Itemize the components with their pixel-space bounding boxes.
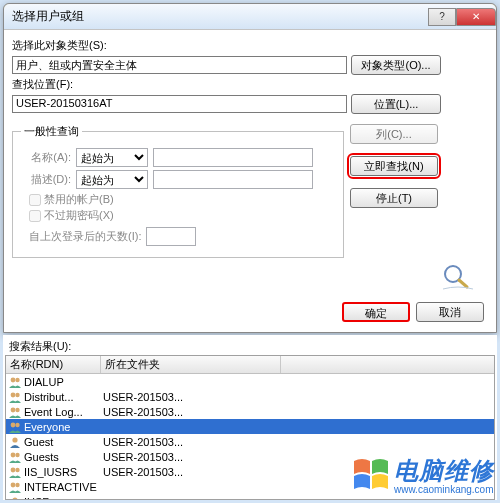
brand-text: 电脑维修 (394, 458, 494, 484)
close-button[interactable]: ✕ (456, 8, 496, 26)
days-since-input (146, 227, 196, 246)
table-row[interactable]: Event Log...USER-201503... (6, 404, 494, 419)
find-now-button[interactable]: 立即查找(N) (350, 156, 438, 176)
grid-header: 名称(RDN) 所在文件夹 (6, 356, 494, 374)
desc-input[interactable] (153, 170, 313, 189)
name-input[interactable] (153, 148, 313, 167)
desc-match-combo[interactable]: 起始为 (76, 170, 148, 189)
windows-icon (350, 455, 392, 495)
brand-url: www.caominkang.com (394, 484, 494, 495)
dialog-body: 选择此对象类型(S): 用户、组或内置安全主体 对象类型(O)... 查找位置(… (4, 30, 496, 332)
desc-label: 描述(D): (21, 172, 71, 187)
watermark-logo: 电脑维修 www.caominkang.com (350, 455, 494, 495)
window-buttons: ? ✕ (428, 8, 496, 26)
svg-point-2 (11, 377, 16, 382)
svg-line-1 (459, 280, 467, 287)
svg-point-3 (15, 377, 19, 381)
col-name-header[interactable]: 名称(RDN) (6, 356, 101, 373)
days-since-label: 自上次登录后的天数(I): (29, 229, 141, 244)
table-row[interactable]: GuestUSER-201503... (6, 434, 494, 449)
table-row[interactable]: Everyone (6, 419, 494, 434)
help-button[interactable]: ? (428, 8, 456, 26)
cancel-button[interactable]: 取消 (416, 302, 484, 322)
svg-point-5 (15, 392, 19, 396)
object-type-button[interactable]: 对象类型(O)... (351, 55, 441, 75)
location-field: USER-20150316AT (12, 95, 347, 113)
location-label: 查找位置(F): (12, 77, 488, 92)
col-folder-header[interactable]: 所在文件夹 (101, 356, 281, 373)
svg-point-11 (11, 452, 16, 457)
svg-point-7 (15, 407, 19, 411)
object-type-field: 用户、组或内置安全主体 (12, 56, 347, 74)
svg-point-14 (15, 467, 19, 471)
dialog-window: 选择用户或组 ? ✕ 选择此对象类型(S): 用户、组或内置安全主体 对象类型(… (3, 3, 497, 333)
svg-point-13 (11, 467, 16, 472)
name-match-combo[interactable]: 起始为 (76, 148, 148, 167)
disabled-accounts-check[interactable]: 禁用的帐户(B) (29, 192, 335, 207)
svg-point-10 (12, 437, 17, 442)
disabled-accounts-checkbox (29, 194, 41, 206)
table-row[interactable]: Distribut...USER-201503... (6, 389, 494, 404)
svg-point-12 (15, 452, 19, 456)
svg-point-15 (11, 482, 16, 487)
general-query-group: 一般性查询 名称(A): 起始为 描述(D): 起始为 禁用的帐户(B) (12, 124, 344, 258)
side-buttons: 列(C)... 立即查找(N) 停止(T) (350, 118, 488, 258)
window-title: 选择用户或组 (12, 8, 428, 25)
location-button[interactable]: 位置(L)... (351, 94, 441, 114)
results-label: 搜索结果(U): (9, 339, 491, 354)
svg-point-6 (11, 407, 16, 412)
object-type-label: 选择此对象类型(S): (12, 38, 488, 53)
table-row[interactable]: DIALUP (6, 374, 494, 389)
svg-point-8 (11, 422, 16, 427)
titlebar[interactable]: 选择用户或组 ? ✕ (4, 4, 496, 30)
svg-point-17 (12, 497, 17, 500)
svg-point-16 (15, 482, 19, 486)
general-query-legend: 一般性查询 (21, 124, 82, 139)
magnifier-icon (440, 262, 476, 290)
svg-point-9 (15, 422, 19, 426)
no-expire-checkbox (29, 210, 41, 222)
stop-button[interactable]: 停止(T) (350, 188, 438, 208)
svg-point-4 (11, 392, 16, 397)
no-expire-check[interactable]: 不过期密码(X) (29, 208, 335, 223)
columns-button[interactable]: 列(C)... (350, 124, 438, 144)
name-label: 名称(A): (21, 150, 71, 165)
ok-button[interactable]: 确定 (342, 302, 410, 322)
